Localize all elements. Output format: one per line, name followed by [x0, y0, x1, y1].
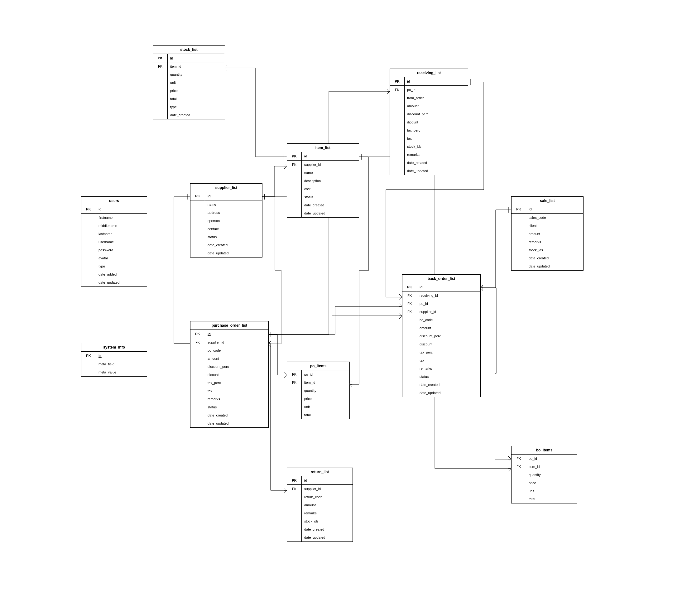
key-col [153, 87, 168, 95]
field-row: type [153, 103, 225, 111]
key-col [81, 262, 96, 270]
entity-bo_items: bo_itemsFKbo_idFKitem_idquantitypriceuni… [511, 446, 577, 504]
field-row: date_created [287, 201, 359, 209]
field-col: item_id [302, 378, 349, 387]
field-col: middlename [96, 222, 147, 230]
entity-back_order_list: back_order_listPKidFKreceiving_idFKpo_id… [402, 274, 481, 397]
field-row: amount [511, 230, 583, 238]
field-col: supplier_id [417, 308, 480, 316]
key-col [511, 214, 526, 222]
field-row: remarks [390, 151, 468, 159]
key-col: PK [191, 330, 205, 338]
pk-row: PKid [287, 476, 353, 485]
key-col [402, 316, 417, 324]
field-row: date_updated [511, 262, 583, 270]
field-row: FKsupplier_id [191, 338, 268, 346]
field-row: date_created [153, 111, 225, 119]
field-row: FKsupplier_id [402, 308, 480, 316]
field-col: id [205, 330, 268, 338]
key-col [511, 246, 526, 254]
field-row: date_updated [287, 533, 353, 542]
field-row: stock_ids [511, 246, 583, 254]
pk-row: PKid [402, 283, 480, 291]
pk-row: PKid [511, 205, 583, 214]
field-col: discount_perc [205, 362, 268, 371]
key-col [287, 525, 302, 533]
field-col: date_created [405, 159, 468, 167]
field-col: description [302, 177, 359, 185]
key-col [81, 230, 96, 238]
key-col [390, 110, 405, 118]
field-col: quantity [526, 471, 577, 479]
field-row: FKitem_id [153, 62, 225, 70]
field-col: id [96, 352, 147, 360]
field-col: discount [417, 340, 480, 348]
field-col: date_updated [205, 419, 268, 427]
field-col: status [417, 373, 480, 381]
field-row: unit [287, 403, 349, 411]
field-row: amount [402, 324, 480, 332]
entity-title: sale_list [511, 197, 583, 205]
crowfoot-many-icon [387, 89, 390, 94]
field-col: name [302, 169, 359, 177]
key-col [287, 411, 302, 419]
field-row: quantity [287, 387, 349, 395]
field-row: quantity [153, 70, 225, 79]
key-col [191, 387, 205, 395]
field-col: stock_ids [302, 517, 353, 525]
field-col: date_created [168, 111, 225, 119]
field-row: FKsupplier_id [287, 160, 359, 169]
field-col: avatar [96, 254, 147, 262]
field-col: date_created [417, 381, 480, 389]
field-col: total [168, 95, 225, 103]
field-row: date_created [402, 381, 480, 389]
field-col: receiving_id [417, 291, 480, 300]
field-col: id [526, 205, 583, 213]
key-col [287, 185, 302, 193]
field-row: middlename [81, 222, 147, 230]
field-col: price [526, 479, 577, 487]
key-col [81, 368, 96, 376]
pk-row: PKid [191, 330, 268, 338]
field-col: tax [205, 387, 268, 395]
key-col: PK [153, 54, 168, 62]
entity-title: stock_list [153, 45, 225, 54]
field-row: type [81, 262, 147, 270]
field-row: firstname [81, 214, 147, 222]
key-col [511, 222, 526, 230]
key-col [402, 340, 417, 348]
field-row: date_updated [390, 167, 468, 175]
field-col: status [205, 403, 268, 411]
field-col: amount [405, 102, 468, 110]
field-col: bo_code [417, 316, 480, 324]
key-col [191, 395, 205, 403]
field-row: meta_value [81, 368, 147, 376]
key-col [402, 381, 417, 389]
entity-stock_list: stock_listPKidFKitem_idquantityunitprice… [153, 45, 225, 119]
entity-title: system_info [81, 343, 147, 352]
entity-title: users [81, 197, 147, 205]
field-row: price [287, 395, 349, 403]
crowfoot-many-icon [284, 163, 287, 169]
key-col: PK [287, 476, 302, 484]
field-col: date_added [96, 270, 147, 278]
field-row: remarks [402, 365, 480, 373]
field-row: avatar [81, 254, 147, 262]
field-col: date_updated [302, 209, 359, 217]
field-col: remarks [405, 151, 468, 159]
field-row: FKbo_id [511, 455, 577, 463]
key-col: PK [390, 77, 405, 85]
field-row: tax_perc [390, 126, 468, 134]
key-col [287, 493, 302, 501]
key-col [402, 365, 417, 373]
relationship-line [262, 166, 287, 197]
field-col: amount [302, 501, 353, 509]
key-col [511, 254, 526, 262]
key-col [402, 348, 417, 356]
field-row: date_created [191, 241, 262, 249]
key-col [191, 208, 205, 217]
crowfoot-many-icon [508, 456, 511, 462]
key-col [153, 111, 168, 119]
field-col: date_created [302, 201, 359, 209]
field-col: unit [168, 79, 225, 87]
